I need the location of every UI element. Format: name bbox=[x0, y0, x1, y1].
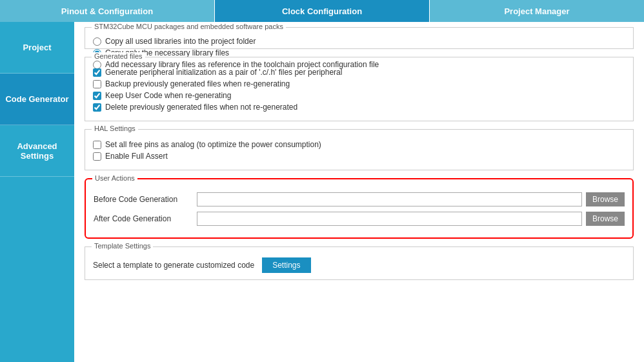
generated-files-title: Generated files bbox=[92, 52, 145, 60]
checkbox-delete-files-input[interactable] bbox=[93, 103, 101, 112]
radio-copy-necessary: Copy only the necessary library files bbox=[93, 48, 625, 57]
template-row: Select a template to generate customized… bbox=[93, 257, 625, 273]
radio-copy-all-label: Copy all used libraries into the project… bbox=[105, 37, 256, 46]
checkbox-gen-peripheral: Generate peripheral initialization as a … bbox=[93, 68, 625, 77]
checkbox-backup-files: Backup previously generated files when r… bbox=[93, 79, 625, 88]
checkbox-keep-user-code-label: Keep User Code when re-generating bbox=[105, 91, 231, 100]
checkbox-delete-files-label: Delete previously generated files when n… bbox=[105, 103, 297, 112]
checkbox-set-free-pins: Set all free pins as analog (to optimize… bbox=[93, 140, 625, 149]
user-actions-section: User Actions Before Code Generation Brow… bbox=[85, 178, 634, 239]
tab-pinout[interactable]: Pinout & Configuration bbox=[0, 0, 215, 22]
checkbox-enable-full-assert: Enable Full Assert bbox=[93, 152, 625, 161]
checkbox-enable-full-assert-label: Enable Full Assert bbox=[105, 152, 168, 161]
sidebar-item-code-generator[interactable]: Code Generator bbox=[0, 74, 74, 125]
after-code-label: After Code Generation bbox=[94, 214, 197, 223]
template-settings-section: Template Settings Select a template to g… bbox=[85, 246, 634, 280]
before-code-input[interactable] bbox=[197, 192, 582, 206]
hal-settings-title: HAL Settings bbox=[92, 125, 138, 132]
user-actions-spacer bbox=[94, 185, 625, 190]
before-code-generation-row: Before Code Generation Browse bbox=[94, 192, 625, 206]
checkbox-delete-files: Delete previously generated files when n… bbox=[93, 103, 625, 112]
main-layout: Project Code Generator Advanced Settings… bbox=[0, 22, 644, 362]
checkbox-set-free-pins-label: Set all free pins as analog (to optimize… bbox=[105, 140, 321, 149]
content-area: STM32Cube MCU packages and embedded soft… bbox=[74, 22, 644, 362]
sidebar: Project Code Generator Advanced Settings bbox=[0, 22, 74, 362]
after-code-generation-row: After Code Generation Browse bbox=[94, 212, 625, 226]
mcu-packages-title: STM32Cube MCU packages and embedded soft… bbox=[92, 23, 286, 30]
checkbox-gen-peripheral-input[interactable] bbox=[93, 68, 101, 77]
radio-copy-all-input[interactable] bbox=[93, 37, 101, 46]
hal-settings-section: HAL Settings Set all free pins as analog… bbox=[85, 129, 634, 170]
checkbox-keep-user-code: Keep User Code when re-generating bbox=[93, 91, 625, 100]
tab-clock-label: Clock Configuration bbox=[282, 6, 362, 16]
tab-pinout-label: Pinout & Configuration bbox=[61, 6, 153, 16]
template-settings-title: Template Settings bbox=[92, 242, 153, 250]
top-nav: Pinout & Configuration Clock Configurati… bbox=[0, 0, 644, 22]
generated-files-section: Generated files Generate peripheral init… bbox=[85, 57, 634, 121]
user-actions-title: User Actions bbox=[92, 174, 137, 182]
mcu-packages-section: STM32Cube MCU packages and embedded soft… bbox=[85, 27, 634, 49]
checkbox-gen-peripheral-label: Generate peripheral initialization as a … bbox=[105, 68, 342, 77]
sidebar-project-label: Project bbox=[23, 43, 51, 52]
checkbox-keep-user-code-input[interactable] bbox=[93, 92, 101, 100]
mcu-radio-group: Copy all used libraries into the project… bbox=[93, 37, 625, 42]
checkbox-enable-full-assert-input[interactable] bbox=[93, 152, 101, 161]
before-code-browse-button[interactable]: Browse bbox=[586, 192, 625, 206]
sidebar-advanced-settings-label: Advanced Settings bbox=[3, 141, 71, 161]
generated-files-spacer bbox=[93, 63, 625, 68]
template-settings-button[interactable]: Settings bbox=[262, 257, 310, 273]
after-code-input[interactable] bbox=[197, 212, 582, 226]
template-spacer bbox=[93, 252, 625, 257]
sidebar-item-project[interactable]: Project bbox=[0, 22, 74, 74]
tab-clock[interactable]: Clock Configuration bbox=[215, 0, 430, 22]
before-code-label: Before Code Generation bbox=[94, 195, 197, 204]
radio-copy-all: Copy all used libraries into the project… bbox=[93, 37, 625, 46]
tab-project-manager-label: Project Manager bbox=[504, 6, 569, 16]
checkbox-set-free-pins-input[interactable] bbox=[93, 141, 101, 149]
tab-project-manager[interactable]: Project Manager bbox=[430, 0, 644, 22]
after-code-browse-button[interactable]: Browse bbox=[586, 212, 625, 226]
checkbox-backup-files-label: Backup previously generated files when r… bbox=[105, 79, 290, 88]
template-subtitle: Select a template to generate customized… bbox=[93, 261, 254, 270]
sidebar-code-generator-label: Code Generator bbox=[5, 94, 68, 104]
sidebar-item-advanced-settings[interactable]: Advanced Settings bbox=[0, 125, 74, 177]
hal-spacer bbox=[93, 135, 625, 140]
checkbox-backup-files-input[interactable] bbox=[93, 80, 101, 88]
